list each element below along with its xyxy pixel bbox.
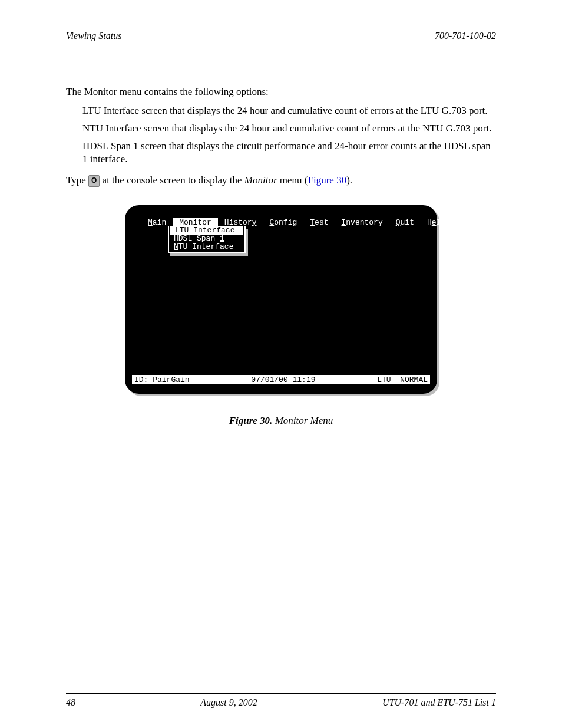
menu-quit[interactable]: Quit [389, 218, 421, 227]
text: at the console screen to display the [100, 174, 244, 186]
key-o: O [88, 175, 100, 187]
text: ). [346, 174, 352, 186]
dropdown-hdsl-span-1[interactable]: HDSL Span 1 [169, 235, 244, 243]
page-footer: 48 August 9, 2002 UTU-701 and ETU-751 Li… [66, 697, 496, 708]
status-id: ID: PairGain [132, 375, 190, 384]
type-instruction: Type O at the console screen to display … [66, 174, 496, 187]
list-item: HDSL Span 1 screen that displays the cir… [82, 140, 496, 166]
footer-date: August 9, 2002 [200, 697, 257, 708]
text: Type [66, 174, 88, 186]
status-mode: LTU NORMAL [377, 375, 430, 384]
terminal-screen: Main Monitor History Config Test Invento… [125, 205, 437, 394]
menu-config[interactable]: Config [263, 218, 303, 227]
options-list: LTU Interface screen that displays the 2… [82, 104, 496, 166]
figure-title: Monitor Menu [272, 415, 333, 426]
status-datetime: 07/01/00 11:19 [190, 375, 378, 384]
footer-doc-title: UTU-701 and ETU-751 List 1 [382, 697, 496, 708]
list-item: LTU Interface screen that displays the 2… [82, 104, 496, 117]
menu-test[interactable]: Test [303, 218, 335, 227]
page-body: The Monitor menu contains the following … [66, 44, 496, 427]
figure-container: Main Monitor History Config Test Invento… [66, 205, 496, 394]
dropdown-ntu-interface[interactable]: NTU Interface [169, 243, 244, 251]
doc-number: 700-701-100-02 [435, 31, 496, 41]
figure-caption: Figure 30. Monitor Menu [66, 415, 496, 427]
section-title: Viewing Status [66, 31, 121, 41]
dropdown-ltu-interface[interactable]: LTU Interface [170, 226, 243, 235]
figure-label: Figure 30. [229, 415, 273, 426]
menu-help[interactable]: Help [421, 218, 452, 227]
monitor-menu-name: Monitor [244, 174, 277, 186]
list-item: NTU Interface screen that displays the 2… [82, 122, 496, 135]
page-header: Viewing Status 700-701-100-02 [66, 31, 496, 44]
footer-rule [66, 693, 496, 694]
monitor-dropdown: LTU Interface HDSL Span 1 NTU Interface [168, 226, 246, 253]
figure-ref-link[interactable]: Figure 30 [308, 174, 347, 186]
page-number: 48 [66, 697, 75, 708]
menu-main[interactable]: Main [141, 218, 173, 227]
status-bar: ID: PairGain 07/01/00 11:19 LTU NORMAL [132, 375, 430, 384]
menu-inventory[interactable]: Inventory [335, 218, 389, 227]
intro-paragraph: The Monitor menu contains the following … [66, 85, 496, 98]
text: menu ( [277, 174, 308, 186]
